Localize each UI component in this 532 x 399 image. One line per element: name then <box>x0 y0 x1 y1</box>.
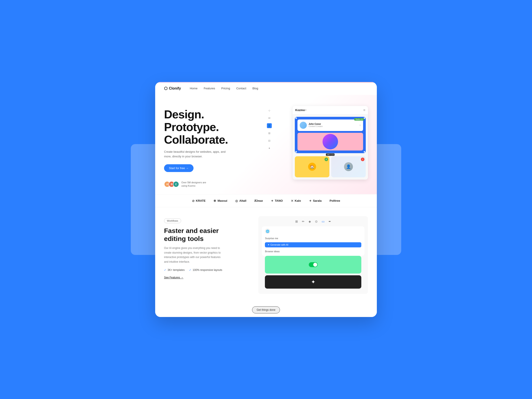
brand-krate-label: KRATE <box>196 199 206 202</box>
corner-dot-tl <box>295 117 297 119</box>
tool-settings[interactable]: ✦ <box>267 146 272 151</box>
hero-right: ⊹ ✉ 👤 ⊞ ⊟ ✦ Kozmo+ ≡ <box>265 104 368 188</box>
profile-info: John Conor Content Creator <box>309 123 323 127</box>
avatar-3: C <box>173 181 179 187</box>
features-right: ⊞ ✏ ◈ ⊙ ▭ ✒ 🌐 Surprise me ✦ Generate wit… <box>258 216 368 294</box>
brand-massui: ❋ Massui <box>214 199 227 203</box>
profile-card-inner: John Conor Content Creator ≡ <box>298 120 363 131</box>
logo[interactable]: ⬡ Clonify <box>164 86 181 91</box>
canvas-app-name: Kozmo+ <box>295 108 306 112</box>
brand-sarala: ✦ Sarala <box>309 199 322 203</box>
nav-blog[interactable]: Blog <box>253 87 258 90</box>
canvas-toolbar: ⊹ ✉ 👤 ⊞ ⊟ ✦ <box>267 108 272 151</box>
get-things-done-button[interactable]: Get things done <box>252 306 280 313</box>
notification-badge-green: 6 <box>324 158 328 161</box>
brand-polltree-label: Polltree <box>330 199 340 202</box>
header: ⬡ Clonify Home Features Pricing Contact … <box>155 82 377 95</box>
check-icon-1: ✓ <box>164 268 166 272</box>
person-avatar-large: 👤 <box>344 162 353 171</box>
check-responsive: ✓ 100% responsive layouts <box>189 268 222 272</box>
start-free-button[interactable]: Start for free → <box>164 164 194 172</box>
profile-menu[interactable]: ≡ <box>359 124 361 127</box>
canvas-menu-dots[interactable]: ≡ <box>363 108 365 112</box>
features-section: Workflows Faster and easier editing tool… <box>155 207 377 303</box>
blob-shape <box>323 134 338 149</box>
generate-ai-button[interactable]: ✦ Generate with AI <box>265 242 361 247</box>
ai-panel-options: Surprise me ✦ Generate with AI Browse id… <box>262 236 364 256</box>
brand-kalo-label: Kalo <box>295 199 301 202</box>
profile-name: John Conor <box>309 123 323 125</box>
tool-text[interactable]: ✉ <box>267 116 272 120</box>
nav-features[interactable]: Features <box>204 87 215 90</box>
check-templates-label: 3K+ templates <box>168 268 185 272</box>
brand-sarala-label: Sarala <box>313 199 322 202</box>
hero-left: Design. Prototype. Collaborate. Create b… <box>164 104 258 188</box>
canvas-size-label: 940 × 2 d <box>326 153 335 156</box>
ai-tool-brush[interactable]: ✒ <box>329 220 331 223</box>
ai-panel-top: 🌐 <box>262 226 364 236</box>
features-title-line2: editing tools <box>164 235 203 242</box>
tool-grid[interactable]: ⊞ <box>267 131 272 136</box>
main-card: ⬡ Clonify Home Features Pricing Contact … <box>155 82 377 317</box>
house-icon: 🏠 <box>308 163 316 171</box>
browse-ideas-option[interactable]: Browse ideas <box>265 249 361 253</box>
star-icon: ✦ <box>311 279 316 285</box>
main-nav: Home Features Pricing Contact Blog <box>190 87 258 90</box>
brand-altall: ◎ Altall <box>235 199 246 203</box>
check-templates: ✓ 3K+ templates <box>164 268 185 272</box>
brand-krate: ⊘ KRATE <box>192 199 206 203</box>
sarala-icon: ✦ <box>309 199 312 203</box>
hero-title-line2: Prototype. <box>164 120 219 133</box>
nav-pricing[interactable]: Pricing <box>221 87 230 90</box>
features-left: Workflows Faster and easier editing tool… <box>164 216 249 279</box>
features-title: Faster and easier editing tools <box>164 227 249 243</box>
ai-tool-frame[interactable]: ▭ <box>322 220 324 223</box>
toggle-element[interactable] <box>309 262 318 267</box>
profile-role: Content Creator <box>309 125 323 127</box>
notification-badge-red: 2 <box>361 158 364 161</box>
canvas-yellow-card: 6 🏠 <box>295 156 329 177</box>
corner-dot-bl <box>295 151 297 153</box>
altall-icon: ◎ <box>235 199 238 203</box>
social-proof-text: Over 5M designers areusing Kozmo <box>181 181 206 188</box>
globe-icon: 🌐 <box>265 228 270 234</box>
tano-icon: ✦ <box>271 199 273 203</box>
ai-tool-grid[interactable]: ⊞ <box>295 220 298 223</box>
bottom-cta: Get things done <box>155 303 377 317</box>
social-proof: A B C Over 5M designers areusing Kozmo <box>164 181 258 188</box>
brand-massui-label: Massui <box>217 199 227 202</box>
ai-toolbar: ⊞ ✏ ◈ ⊙ ▭ ✒ <box>262 220 364 223</box>
check-icon-2: ✓ <box>189 268 191 272</box>
nav-contact[interactable]: Contact <box>236 87 246 90</box>
design-dark-card: ✦ <box>265 275 361 289</box>
ai-tool-copy[interactable]: ⊙ <box>315 220 318 223</box>
brand-altall-label: Altall <box>239 199 246 202</box>
ai-tool-pen[interactable]: ✏ <box>302 220 304 223</box>
profile-avatar <box>300 122 307 129</box>
canvas-profile-card: Radius 15 John Conor Content Creator ≡ <box>295 117 366 153</box>
tool-user[interactable]: 👤 <box>267 123 272 128</box>
canvas-body: Radius 15 John Conor Content Creator ≡ <box>293 115 368 180</box>
features-title-line1: Faster and easier <box>164 227 219 234</box>
brand-polltree: Polltree <box>330 199 340 202</box>
canvas-blue-card: 2 👤 <box>331 156 366 177</box>
tool-pointer[interactable]: ⊹ <box>267 108 272 113</box>
brands-strip: ⊘ KRATE ❋ Massui ◎ Altall Kinua ✦ TANO ✕… <box>155 194 377 207</box>
brand-kalo: ✕ Kalo <box>291 199 301 203</box>
toggle-thumb <box>313 263 317 267</box>
brand-tano: ✦ TANO <box>271 199 283 203</box>
nav-home[interactable]: Home <box>190 87 197 90</box>
logo-icon: ⬡ <box>164 86 168 91</box>
hero-title-line3: Collaborate. <box>164 133 228 146</box>
surprise-me-option[interactable]: Surprise me <box>265 236 361 241</box>
corner-dot-br <box>364 151 365 153</box>
avatar-group: A B C <box>164 181 179 187</box>
hero-section: Design. Prototype. Collaborate. Create b… <box>155 95 377 194</box>
massui-icon: ❋ <box>214 199 216 203</box>
ai-tool-diamond[interactable]: ◈ <box>309 220 311 223</box>
feature-checks: ✓ 3K+ templates ✓ 100% responsive layout… <box>164 268 249 272</box>
see-features-link[interactable]: See Features → <box>164 276 183 279</box>
features-description: Our AI engine gives you everything you n… <box>164 246 222 264</box>
tool-folder[interactable]: ⊟ <box>267 138 272 143</box>
brand-tano-label: TANO <box>275 199 283 202</box>
